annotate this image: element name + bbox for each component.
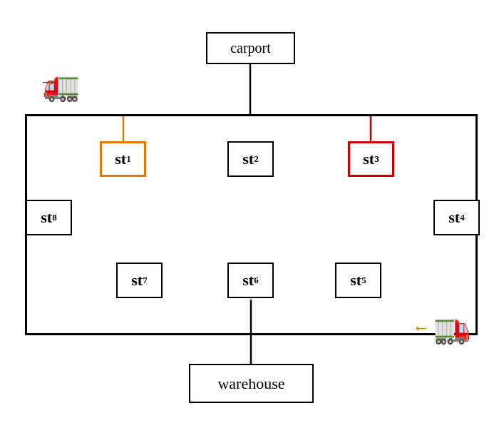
diagram-container: carport warehouse st1 st2 st3 st4 st5 st… xyxy=(0,0,504,428)
station-st2: st2 xyxy=(227,141,274,177)
warehouse-label: warehouse xyxy=(217,374,284,393)
exit-arrow: ← xyxy=(412,317,431,339)
station-st8: st8 xyxy=(26,200,72,235)
station-st3: st3 xyxy=(348,141,394,177)
station-st5: st5 xyxy=(335,263,381,298)
station-st6: st6 xyxy=(227,263,274,298)
truck-exit: 🚛 xyxy=(433,310,470,345)
station-st7: st7 xyxy=(116,263,163,298)
carport-label: carport xyxy=(230,40,271,56)
station-st4: st4 xyxy=(433,200,480,235)
station-st1: st1 xyxy=(100,141,146,177)
carport-box: carport xyxy=(206,32,295,64)
entry-arrow: → xyxy=(39,71,58,93)
warehouse-box: warehouse xyxy=(189,364,314,403)
